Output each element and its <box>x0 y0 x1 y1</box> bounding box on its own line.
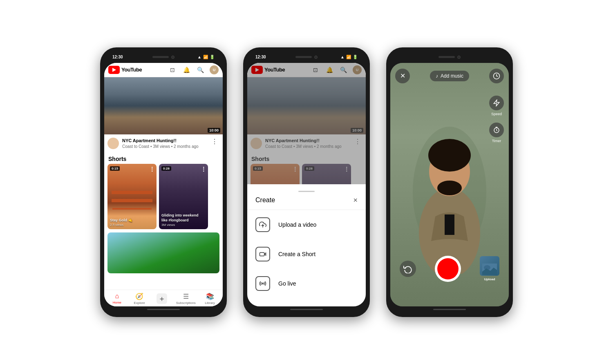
speed-control[interactable]: Speed <box>489 96 504 116</box>
upload-label: Upload <box>484 277 495 281</box>
short-card-1[interactable]: 0:15 ⋮ Stay Gold 🤙 2.5 views <box>107 164 157 229</box>
cast-icon[interactable]: ⊡ <box>168 65 177 74</box>
subscriptions-label: Subscriptions <box>176 301 196 305</box>
create-icon[interactable]: ＋ <box>157 293 167 304</box>
svg-rect-8 <box>445 214 454 235</box>
yt-logo-icon <box>108 66 120 74</box>
phone-1-status-icons: ▲ 📶 🔋 <box>197 55 215 59</box>
upload-icon <box>255 217 270 232</box>
wifi-icon: ▲ <box>197 55 201 59</box>
nav-explore[interactable]: 🧭 Explore <box>131 293 148 305</box>
search-icon[interactable]: 🔍 <box>196 65 205 74</box>
phone-1-status-bar: 12:30 ▲ 📶 🔋 <box>104 51 223 63</box>
create-modal-title: Create <box>255 197 275 204</box>
flip-camera-btn[interactable] <box>400 261 416 277</box>
person-svg <box>405 110 494 274</box>
speed-btn[interactable] <box>489 69 504 83</box>
music-note-icon: ♪ <box>436 73 438 79</box>
subscriptions-icon: ☰ <box>183 293 189 300</box>
explore-icon: 🧭 <box>135 293 143 300</box>
create-menu-live[interactable]: Go live <box>247 269 366 298</box>
close-x-icon: ✕ <box>400 73 405 79</box>
create-modal-header: Create × <box>247 196 366 210</box>
video-info-1: NYC Apartment Hunting!! Coast to Coast •… <box>122 138 206 149</box>
add-music-label: Add music <box>441 73 463 79</box>
battery-icon: 🔋 <box>210 55 215 59</box>
home-indicator-3 <box>433 309 466 310</box>
short-2-title: Gliding into weekend like #longboard <box>161 213 206 223</box>
timer-control[interactable]: Timer <box>489 123 504 143</box>
phone-3-notch <box>438 56 461 59</box>
short-2-views: 3M views <box>161 223 206 227</box>
home-indicator-2 <box>290 309 323 310</box>
yt-logo-text: YouTube <box>121 67 142 73</box>
bell-icon[interactable]: 🔔 <box>182 65 191 74</box>
video-thumbnail-1[interactable]: 10:00 <box>104 77 223 134</box>
upload-video-label: Upload a video <box>278 221 316 228</box>
short-2-info: Gliding into weekend like #longboard 3M … <box>161 213 206 226</box>
timer-side-label: Timer <box>492 139 501 143</box>
short-camera-icon <box>255 247 270 261</box>
youtube-logo: YouTube <box>108 66 142 74</box>
create-menu-short[interactable]: Create a Short <box>247 239 366 269</box>
short-1-duration: 0:15 <box>110 166 120 171</box>
timer-side-icon <box>489 123 504 137</box>
video-sub-1: Coast to Coast • 3M views • 2 months ago <box>122 144 206 149</box>
camera-close-btn[interactable]: ✕ <box>395 69 410 83</box>
phone-3-bottom <box>390 306 509 313</box>
signal-icon-2: 📶 <box>346 55 351 59</box>
phone-1-bottom <box>104 306 223 313</box>
speaker-2 <box>295 56 312 58</box>
camera-dot <box>171 56 175 59</box>
phone-1-content: 10:00 NYC Apartment Hunting!! Coast to C… <box>104 77 223 290</box>
phone-2-bottom <box>247 306 366 313</box>
gallery-btn[interactable] <box>480 256 499 276</box>
short-2-menu[interactable]: ⋮ <box>201 166 206 172</box>
speaker <box>152 56 169 58</box>
short-card-2[interactable]: 0:28 ⋮ Gliding into weekend like #longbo… <box>159 164 208 229</box>
add-music-btn[interactable]: ♪ Add music <box>430 71 469 81</box>
nav-create[interactable]: ＋ <box>154 293 170 304</box>
record-btn[interactable] <box>435 256 461 282</box>
library-label: Library <box>205 301 215 305</box>
phone-2-time: 12:30 <box>255 55 266 59</box>
three-dot-menu-1[interactable]: ⋮ <box>210 138 219 145</box>
nav-library[interactable]: 📚 Library <box>202 293 218 305</box>
avatar[interactable]: U <box>210 65 219 74</box>
video-duration-1: 10:00 <box>208 128 220 133</box>
home-icon: ⌂ <box>115 293 119 300</box>
shorts-row-1: 0:15 ⋮ Stay Gold 🤙 2.5 views 0:28 ⋮ Glid… <box>104 164 223 232</box>
create-modal-overlay: Create × Upload a video <box>247 63 366 306</box>
phone-2-notch <box>295 56 318 59</box>
nav-home[interactable]: ⌂ Home <box>109 293 125 304</box>
create-menu-upload[interactable]: Upload a video <box>247 210 366 239</box>
go-live-label: Go live <box>278 280 296 287</box>
phone-2-screen: YouTube ⊡ 🔔 🔍 U 10:00 NYC Apartment Hunt… <box>247 63 366 306</box>
camera-dot-2 <box>314 56 318 59</box>
gallery-preview-icon <box>482 264 497 275</box>
phone-1-screen: YouTube ⊡ 🔔 🔍 U 10:00 NYC Apartment Hunt… <box>104 63 223 306</box>
video-title-1: NYC Apartment Hunting!! <box>122 138 206 143</box>
explore-label: Explore <box>134 301 145 305</box>
nav-subscriptions[interactable]: ☰ Subscriptions <box>176 293 196 305</box>
camera-top-bar: ✕ ♪ Add music <box>390 63 509 87</box>
short-1-info: Stay Gold 🤙 2.5 views <box>110 218 154 227</box>
phone-3: ✕ ♪ Add music Speed <box>386 47 513 317</box>
create-modal-close-btn[interactable]: × <box>353 196 358 205</box>
signal-icon: 📶 <box>203 55 208 59</box>
phone-1: 12:30 ▲ 📶 🔋 YouTube ⊡ 🔔 🔍 U <box>100 47 227 317</box>
phone-2-status-icons: ▲ 📶 🔋 <box>340 55 358 59</box>
phone-3-status-bar <box>390 51 509 63</box>
record-inner-circle <box>437 258 459 279</box>
city-bg <box>104 77 223 134</box>
svg-rect-1 <box>260 252 264 256</box>
home-label: Home <box>113 301 121 304</box>
wifi-icon-2: ▲ <box>340 55 345 59</box>
phone-2-status-bar: 12:30 ▲ 📶 🔋 <box>247 51 366 63</box>
phone-1-header: YouTube ⊡ 🔔 🔍 U <box>104 63 223 77</box>
short-1-menu[interactable]: ⋮ <box>149 166 155 172</box>
home-indicator-1 <box>147 309 180 310</box>
speed-side-label: Speed <box>491 112 502 116</box>
gallery-upload-group: Upload <box>480 256 499 281</box>
landscape-card-1[interactable] <box>107 232 219 273</box>
